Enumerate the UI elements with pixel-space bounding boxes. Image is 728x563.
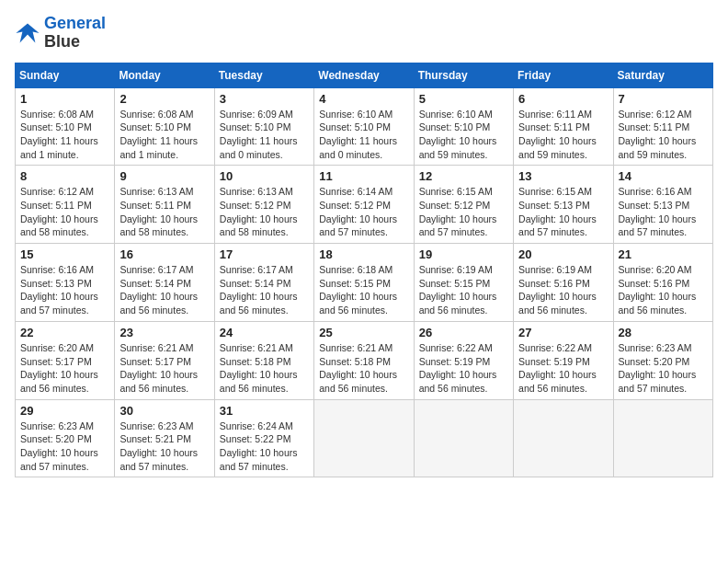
day-number: 2 [119,92,209,106]
day-number: 27 [518,326,608,339]
day-number: 16 [119,247,209,261]
day-info: Sunrise: 6:20 AMSunset: 5:17 PMDaylight:… [20,341,109,396]
day-number: 14 [619,169,708,183]
day-number: 11 [319,169,408,183]
calendar-cell: 10Sunrise: 6:13 AMSunset: 5:12 PMDayligh… [214,166,313,244]
calendar-cell: 3Sunrise: 6:09 AMSunset: 5:10 PMDaylight… [214,87,313,166]
calendar-cell: 7Sunrise: 6:12 AMSunset: 5:11 PMDaylight… [613,87,712,166]
day-number: 29 [20,404,109,418]
day-number: 21 [619,247,708,261]
day-number: 13 [518,169,608,183]
weekday-header-sunday: Sunday [16,63,115,87]
calendar-cell: 18Sunrise: 6:18 AMSunset: 5:15 PMDayligh… [314,244,414,322]
day-info: Sunrise: 6:22 AMSunset: 5:19 PMDaylight:… [518,341,608,396]
day-number: 4 [319,92,408,106]
calendar-cell: 25Sunrise: 6:21 AMSunset: 5:18 PMDayligh… [314,321,414,399]
calendar-cell: 27Sunrise: 6:22 AMSunset: 5:19 PMDayligh… [514,321,613,399]
weekday-header-friday: Friday [514,63,613,87]
weekday-header-saturday: Saturday [613,63,712,87]
calendar-cell: 15Sunrise: 6:16 AMSunset: 5:13 PMDayligh… [16,244,115,322]
calendar-cell: 2Sunrise: 6:08 AMSunset: 5:10 PMDaylight… [115,87,214,166]
day-number: 22 [20,326,109,339]
svg-marker-0 [16,23,39,42]
page-header: GeneralBlue [15,15,713,52]
day-info: Sunrise: 6:17 AMSunset: 5:14 PMDaylight:… [220,263,309,317]
day-info: Sunrise: 6:15 AMSunset: 5:12 PMDaylight:… [419,185,508,239]
day-number: 19 [419,247,508,261]
day-info: Sunrise: 6:19 AMSunset: 5:15 PMDaylight:… [419,263,508,317]
weekday-header-wednesday: Wednesday [314,63,414,87]
calendar-cell: 12Sunrise: 6:15 AMSunset: 5:12 PMDayligh… [414,166,513,244]
day-number: 26 [419,326,508,339]
calendar-table: SundayMondayTuesdayWednesdayThursdayFrid… [15,63,713,478]
calendar-cell: 11Sunrise: 6:14 AMSunset: 5:12 PMDayligh… [314,166,414,244]
calendar-week-2: 8Sunrise: 6:12 AMSunset: 5:11 PMDaylight… [16,166,713,244]
day-info: Sunrise: 6:23 AMSunset: 5:20 PMDaylight:… [619,341,708,396]
day-info: Sunrise: 6:08 AMSunset: 5:10 PMDaylight:… [119,108,209,162]
calendar-cell [314,399,414,477]
day-number: 24 [220,326,309,339]
logo-text: GeneralBlue [44,15,106,52]
calendar-cell: 5Sunrise: 6:10 AMSunset: 5:10 PMDaylight… [414,87,513,166]
calendar-cell [514,399,613,477]
calendar-cell: 1Sunrise: 6:08 AMSunset: 5:10 PMDaylight… [16,87,115,166]
day-number: 8 [20,169,109,183]
day-info: Sunrise: 6:13 AMSunset: 5:12 PMDaylight:… [220,185,309,239]
calendar-cell: 16Sunrise: 6:17 AMSunset: 5:14 PMDayligh… [115,244,214,322]
day-info: Sunrise: 6:12 AMSunset: 5:11 PMDaylight:… [619,108,708,162]
day-number: 1 [20,92,109,106]
calendar-cell: 14Sunrise: 6:16 AMSunset: 5:13 PMDayligh… [613,166,712,244]
calendar-cell [613,399,712,477]
day-number: 12 [419,169,508,183]
calendar-cell: 20Sunrise: 6:19 AMSunset: 5:16 PMDayligh… [514,244,613,322]
calendar-cell: 28Sunrise: 6:23 AMSunset: 5:20 PMDayligh… [613,321,712,399]
day-info: Sunrise: 6:16 AMSunset: 5:13 PMDaylight:… [619,185,708,239]
calendar-cell: 22Sunrise: 6:20 AMSunset: 5:17 PMDayligh… [16,321,115,399]
calendar-cell: 29Sunrise: 6:23 AMSunset: 5:20 PMDayligh… [16,399,115,477]
calendar-cell: 24Sunrise: 6:21 AMSunset: 5:18 PMDayligh… [214,321,313,399]
day-number: 23 [119,326,209,339]
calendar-cell: 31Sunrise: 6:24 AMSunset: 5:22 PMDayligh… [214,399,313,477]
weekday-header-tuesday: Tuesday [214,63,313,87]
calendar-cell: 8Sunrise: 6:12 AMSunset: 5:11 PMDaylight… [16,166,115,244]
calendar-cell: 30Sunrise: 6:23 AMSunset: 5:21 PMDayligh… [115,399,214,477]
day-info: Sunrise: 6:12 AMSunset: 5:11 PMDaylight:… [20,185,109,239]
day-info: Sunrise: 6:14 AMSunset: 5:12 PMDaylight:… [319,185,408,239]
day-number: 7 [619,92,708,106]
calendar-cell: 21Sunrise: 6:20 AMSunset: 5:16 PMDayligh… [613,244,712,322]
calendar-week-3: 15Sunrise: 6:16 AMSunset: 5:13 PMDayligh… [16,244,713,322]
logo-bird-icon [15,20,40,46]
day-number: 17 [220,247,309,261]
day-info: Sunrise: 6:24 AMSunset: 5:22 PMDaylight:… [220,419,309,474]
weekday-header-thursday: Thursday [414,63,513,87]
day-number: 15 [20,247,109,261]
day-info: Sunrise: 6:13 AMSunset: 5:11 PMDaylight:… [119,185,209,239]
day-info: Sunrise: 6:10 AMSunset: 5:10 PMDaylight:… [419,108,508,162]
calendar-cell [414,399,513,477]
day-info: Sunrise: 6:20 AMSunset: 5:16 PMDaylight:… [619,263,708,317]
day-number: 3 [220,92,309,106]
day-info: Sunrise: 6:11 AMSunset: 5:11 PMDaylight:… [518,108,608,162]
day-number: 20 [518,247,608,261]
weekday-header-monday: Monday [115,63,214,87]
day-info: Sunrise: 6:09 AMSunset: 5:10 PMDaylight:… [220,108,309,162]
calendar-cell: 19Sunrise: 6:19 AMSunset: 5:15 PMDayligh… [414,244,513,322]
day-info: Sunrise: 6:18 AMSunset: 5:15 PMDaylight:… [319,263,408,317]
calendar-week-5: 29Sunrise: 6:23 AMSunset: 5:20 PMDayligh… [16,399,713,477]
day-number: 10 [220,169,309,183]
day-info: Sunrise: 6:15 AMSunset: 5:13 PMDaylight:… [518,185,608,239]
day-number: 30 [119,404,209,418]
day-info: Sunrise: 6:23 AMSunset: 5:20 PMDaylight:… [20,419,109,474]
calendar-cell: 17Sunrise: 6:17 AMSunset: 5:14 PMDayligh… [214,244,313,322]
day-number: 6 [518,92,608,106]
day-number: 18 [319,247,408,261]
day-info: Sunrise: 6:19 AMSunset: 5:16 PMDaylight:… [518,263,608,317]
calendar-cell: 4Sunrise: 6:10 AMSunset: 5:10 PMDaylight… [314,87,414,166]
day-info: Sunrise: 6:08 AMSunset: 5:10 PMDaylight:… [20,108,109,162]
calendar-week-1: 1Sunrise: 6:08 AMSunset: 5:10 PMDaylight… [16,87,713,166]
calendar-cell: 13Sunrise: 6:15 AMSunset: 5:13 PMDayligh… [514,166,613,244]
calendar-cell: 6Sunrise: 6:11 AMSunset: 5:11 PMDaylight… [514,87,613,166]
day-info: Sunrise: 6:23 AMSunset: 5:21 PMDaylight:… [119,419,209,474]
day-info: Sunrise: 6:17 AMSunset: 5:14 PMDaylight:… [119,263,209,317]
day-info: Sunrise: 6:21 AMSunset: 5:18 PMDaylight:… [319,341,408,396]
